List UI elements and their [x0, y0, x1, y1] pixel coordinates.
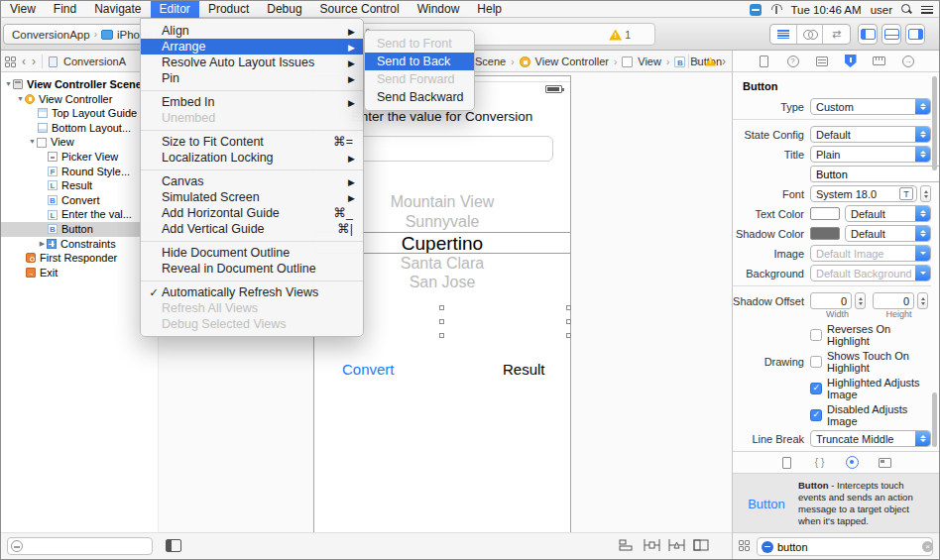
- menu-item-arrange[interactable]: Arrange▶: [141, 39, 363, 55]
- menu-window[interactable]: Window: [409, 1, 469, 18]
- outline-filter-field[interactable]: [7, 537, 153, 555]
- shadow-color-popup[interactable]: Default: [845, 225, 931, 242]
- background-combo[interactable]: Default Background Imag: [810, 265, 931, 281]
- font-stepper[interactable]: [920, 185, 931, 202]
- height-stepper[interactable]: [917, 292, 928, 309]
- shadow-offset-height-field[interactable]: 0: [873, 292, 914, 309]
- line-break-popup[interactable]: Truncate Middle: [810, 430, 931, 447]
- title-style-popup[interactable]: Plain: [810, 146, 931, 163]
- menu-item-add-horizontal-guide[interactable]: Add Horizontal Guide⌘_: [141, 205, 363, 221]
- library-search-input[interactable]: [777, 541, 918, 553]
- attributes-inspector-tab[interactable]: [844, 55, 857, 67]
- standard-editor-button[interactable]: [770, 25, 797, 44]
- menu-item-canvas[interactable]: Canvas▶: [141, 173, 363, 189]
- outline-row-top-layout-guide[interactable]: Top Layout Guide: [1, 106, 158, 121]
- submenu-item-send-backward[interactable]: Send Backward: [365, 88, 474, 106]
- menu-item-size-to-fit-content[interactable]: Size to Fit Content⌘=: [141, 134, 363, 150]
- menu-item-add-vertical-guide[interactable]: Add Vertical Guide⌘|: [141, 221, 363, 237]
- font-picker-icon[interactable]: T: [899, 187, 913, 200]
- assistant-editor-button[interactable]: [797, 25, 824, 44]
- remote-status-icon[interactable]: [770, 4, 781, 15]
- menu-view[interactable]: View: [1, 1, 45, 18]
- menu-navigate[interactable]: Navigate: [85, 1, 150, 18]
- shadow-offset-width-field[interactable]: 0: [810, 292, 852, 309]
- toggle-utilities-button[interactable]: [905, 24, 925, 45]
- menu-item-align[interactable]: Align▶: [141, 23, 363, 39]
- file-template-library-tab[interactable]: [780, 456, 793, 469]
- spotlight-icon[interactable]: [901, 4, 912, 15]
- previous-issue-button[interactable]: ‹: [695, 55, 699, 68]
- outline-row-scene[interactable]: ▼View Controller Scene: [1, 77, 158, 92]
- reverses-on-highlight-checkbox[interactable]: [810, 329, 822, 341]
- selection-handle[interactable]: [566, 319, 571, 324]
- type-popup[interactable]: Custom: [810, 98, 931, 115]
- code-snippet-library-tab[interactable]: { }: [813, 456, 826, 469]
- disabled-adjusts-checkbox[interactable]: [810, 409, 822, 421]
- menu-item-automatically-refresh-views[interactable]: ✓Automatically Refresh Views: [141, 284, 363, 300]
- selection-handle[interactable]: [439, 333, 444, 338]
- image-combo[interactable]: Default Image: [810, 245, 931, 262]
- menu-item-resolve-auto-layout-issues[interactable]: Resolve Auto Layout Issues▶: [141, 55, 363, 70]
- width-stepper[interactable]: [855, 292, 866, 309]
- menu-editor[interactable]: Editor: [151, 1, 199, 18]
- outline-row-view-controller[interactable]: ▼View Controller: [1, 92, 158, 107]
- selection-handle[interactable]: [566, 305, 571, 310]
- shows-touch-checkbox[interactable]: [810, 356, 822, 368]
- outline-row-exit[interactable]: →Exit: [1, 266, 158, 280]
- library-item-button[interactable]: Button Button - Intercepts touch events …: [733, 474, 939, 534]
- back-button[interactable]: ‹: [22, 55, 26, 68]
- menu-item-reveal-in-document-outline[interactable]: Reveal in Document Outline: [141, 261, 363, 277]
- selection-handle[interactable]: [439, 305, 444, 310]
- outline-row-convert[interactable]: BConvert: [1, 193, 158, 208]
- convert-button[interactable]: Convert: [342, 361, 395, 378]
- teamviewer-icon[interactable]: [750, 4, 762, 16]
- related-items-icon[interactable]: [5, 56, 16, 67]
- inspector-scrollbar[interactable]: [932, 76, 937, 170]
- outline-row-enter-the-value[interactable]: LEnter the val...: [1, 207, 158, 222]
- connections-inspector-tab[interactable]: →: [901, 55, 914, 67]
- toggle-document-outline-button[interactable]: [166, 539, 181, 552]
- outline-row-button-selected[interactable]: BButton: [1, 222, 158, 237]
- submenu-item-send-to-back[interactable]: Send to Back: [365, 53, 474, 70]
- version-editor-button[interactable]: ⇄: [823, 25, 850, 44]
- outline-row-round-style[interactable]: FRound Style...: [1, 165, 158, 179]
- outline-row-first-responder[interactable]: First Responder: [1, 251, 158, 266]
- resolve-auto-layout-icon[interactable]: [693, 538, 710, 552]
- menu-item-pin[interactable]: Pin▶: [141, 70, 363, 86]
- object-library-tab[interactable]: [846, 456, 859, 469]
- title-text-field[interactable]: [810, 166, 940, 182]
- menu-bar-user[interactable]: user: [871, 4, 892, 16]
- menu-item-hide-document-outline[interactable]: Hide Document Outline: [141, 245, 363, 261]
- toggle-debug-area-button[interactable]: [881, 24, 901, 45]
- outline-row-bottom-layout-guide[interactable]: Bottom Layout...: [1, 121, 158, 136]
- stack-in-icon[interactable]: [619, 538, 636, 552]
- toggle-navigator-button[interactable]: [858, 24, 878, 45]
- font-field[interactable]: System 18.0T: [810, 185, 917, 202]
- outline-row-constraints[interactable]: ▶Constraints: [1, 237, 158, 252]
- clear-search-icon[interactable]: ×: [922, 541, 933, 552]
- menu-help[interactable]: Help: [468, 1, 511, 18]
- result-label[interactable]: Result: [503, 361, 545, 378]
- media-library-tab[interactable]: [879, 456, 891, 469]
- selection-handle[interactable]: [566, 333, 571, 338]
- crumb-view[interactable]: View: [638, 56, 661, 67]
- crumb-scene[interactable]: Scene: [475, 56, 506, 67]
- menu-item-localization-locking[interactable]: Localization Locking▶: [141, 150, 363, 166]
- issue-warning-icon[interactable]: !: [705, 57, 716, 66]
- menu-source-control[interactable]: Source Control: [311, 1, 409, 18]
- state-config-popup[interactable]: Default: [810, 126, 931, 143]
- library-scrollbar[interactable]: [932, 392, 937, 447]
- notification-center-icon[interactable]: [921, 5, 933, 15]
- next-issue-button[interactable]: ›: [722, 55, 726, 68]
- file-inspector-tab[interactable]: [758, 55, 770, 67]
- menu-find[interactable]: Find: [45, 1, 85, 18]
- text-color-swatch[interactable]: [810, 207, 840, 220]
- menu-product[interactable]: Product: [199, 1, 258, 18]
- menu-item-embed-in[interactable]: Embed In▶: [141, 94, 363, 110]
- quick-help-tab[interactable]: ?: [786, 55, 799, 67]
- menu-item-simulated-screen[interactable]: Simulated Screen▶: [141, 189, 363, 205]
- library-search-field[interactable]: ×: [757, 537, 933, 556]
- warning-indicator[interactable]: ! 1: [609, 29, 631, 41]
- library-grid-toggle-icon[interactable]: [739, 540, 750, 551]
- size-inspector-tab[interactable]: [873, 55, 885, 67]
